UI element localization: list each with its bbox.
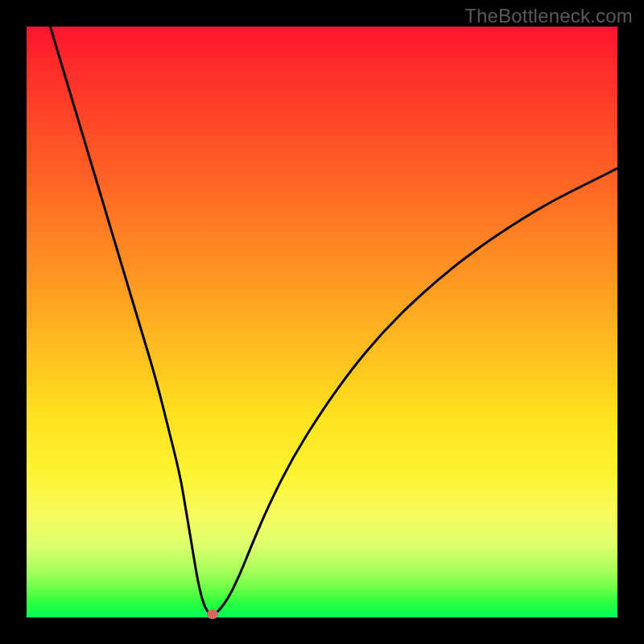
watermark-text: TheBottleneck.com	[464, 5, 633, 27]
bottleneck-curve	[50, 27, 617, 614]
curve-svg	[27, 27, 617, 617]
minimum-marker	[207, 609, 218, 619]
plot-area	[27, 27, 617, 617]
chart-frame: TheBottleneck.com	[0, 0, 644, 644]
